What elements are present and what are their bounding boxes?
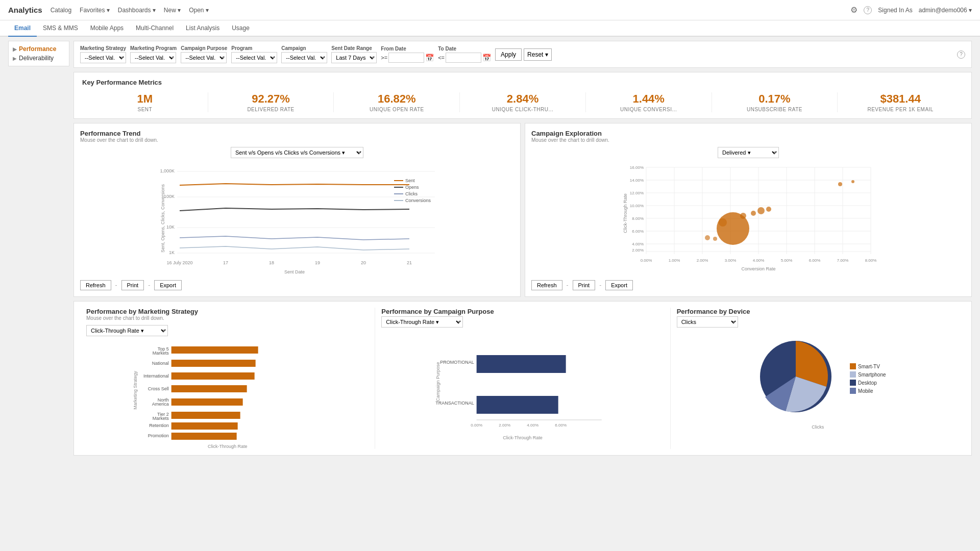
exploration-dropdown[interactable]: Delivered ▾: [718, 147, 779, 158]
svg-rect-88: [172, 433, 237, 440]
filter-bar: Marketing Strategy --Select Val. Marketi…: [74, 41, 972, 68]
performance-trend-panel: Performance Trend Mouse over the chart t…: [74, 123, 521, 297]
svg-text:National: National: [152, 361, 169, 366]
marketing-program-select[interactable]: --Select Val.: [130, 52, 176, 63]
from-date-input[interactable]: [388, 53, 424, 63]
tab-multi-channel[interactable]: Multi-Channel: [130, 20, 180, 37]
exploration-print-button[interactable]: Print: [573, 280, 596, 290]
filter-group-program: Marketing Program --Select Val.: [130, 45, 177, 63]
apply-button[interactable]: Apply: [495, 48, 522, 61]
trend-dropdown-wrapper: Sent v/s Opens v/s Clicks v/s Conversion…: [231, 147, 363, 158]
trend-dropdown[interactable]: Sent v/s Opens v/s Clicks v/s Conversion…: [231, 147, 363, 158]
reset-button[interactable]: Reset ▾: [524, 48, 552, 61]
svg-text:3.00%: 3.00%: [725, 258, 737, 263]
campaign-exploration-panel: Campaign Exploration Mouse over the char…: [525, 123, 972, 297]
filter-help: ?: [957, 51, 965, 59]
kpi-conversion-label: UNIQUE CONVERSI...: [590, 107, 707, 112]
filter-help-icon[interactable]: ?: [957, 51, 965, 59]
device-chart-title: Performance by Device: [677, 308, 959, 315]
filter-group-campaign-purpose: Campaign Purpose --Select Val.: [181, 45, 227, 63]
kpi-revenue-value: $381.44: [842, 92, 959, 106]
middle-charts-row: Performance Trend Mouse over the chart t…: [74, 123, 972, 297]
kpi-open-rate-value: 16.82%: [338, 92, 455, 106]
nav-new[interactable]: New ▾: [164, 7, 181, 14]
svg-point-62: [751, 211, 756, 216]
svg-text:8.00%: 8.00%: [632, 216, 644, 221]
kpi-unsub-value: 0.17%: [716, 92, 834, 106]
device-dropdown-container: Clicks: [677, 316, 959, 328]
nav-open[interactable]: Open ▾: [189, 7, 209, 14]
exploration-export-button[interactable]: Export: [605, 280, 633, 290]
settings-icon[interactable]: ⚙: [850, 5, 857, 15]
svg-text:Opens: Opens: [405, 185, 419, 190]
marketing-strategy-select[interactable]: --Select Val.: [80, 52, 126, 63]
sidebar-item-deliverability[interactable]: ▶ Deliverability: [13, 54, 65, 63]
svg-text:TRANSACTIONAL: TRANSACTIONAL: [435, 400, 474, 406]
svg-point-67: [719, 218, 727, 227]
nav-dashboards[interactable]: Dashboards ▾: [118, 7, 156, 14]
kpi-sent: 1M SENT: [82, 92, 208, 112]
trend-sep1: -: [115, 282, 117, 289]
filter-group-strategy: Marketing Strategy --Select Val.: [80, 45, 126, 63]
svg-text:16.00%: 16.00%: [630, 165, 644, 170]
kpi-sent-value: 1M: [86, 92, 204, 106]
exploration-refresh-button[interactable]: Refresh: [531, 280, 562, 290]
svg-rect-96: [477, 355, 566, 373]
mobile-label: Mobile: [858, 388, 873, 394]
nav-catalog[interactable]: Catalog: [51, 7, 71, 14]
filter-campaign-purpose-label: Campaign Purpose: [181, 45, 227, 51]
strategy-chart-panel: Performance by Marketing Strategy Mouse …: [80, 308, 375, 449]
svg-text:2.00%: 2.00%: [632, 248, 644, 253]
svg-text:2.00%: 2.00%: [697, 258, 708, 263]
from-cal-icon[interactable]: 📅: [425, 54, 434, 62]
tab-list-analysis[interactable]: List Analysis: [180, 20, 226, 37]
user-account[interactable]: admin@demo006 ▾: [919, 7, 972, 14]
svg-text:Clicks: Clicks: [405, 191, 418, 196]
program2-wrapper: --Select Val.: [231, 52, 277, 63]
device-chart-panel: Performance by Device Clicks: [671, 308, 965, 449]
top-bar-right: ⚙ ? Signed In As admin@demo006 ▾: [850, 5, 972, 15]
svg-text:6.00%: 6.00%: [809, 258, 821, 263]
legend-desktop: Desktop: [850, 380, 886, 386]
kpi-delivered-value: 92.27%: [212, 92, 330, 106]
to-cal-icon[interactable]: 📅: [482, 54, 491, 62]
trend-export-button[interactable]: Export: [154, 280, 182, 290]
filter-program2-label: Program: [231, 45, 277, 51]
svg-text:7.00%: 7.00%: [837, 258, 849, 263]
kpi-click-thru: 2.84% UNIQUE CLICK-THRU...: [460, 92, 586, 112]
svg-text:Retention: Retention: [149, 423, 169, 428]
top-bar-left: Analytics Catalog Favorites ▾ Dashboards…: [8, 6, 209, 14]
sidebar-item-performance[interactable]: ▶ Performance: [13, 44, 65, 54]
tab-sms-mms[interactable]: SMS & MMS: [37, 20, 84, 37]
tab-mobile-apps[interactable]: Mobile Apps: [84, 20, 130, 37]
device-chart-dropdown[interactable]: Clicks: [677, 316, 738, 328]
signed-in-label: Signed In As: [878, 7, 912, 14]
campaign-select[interactable]: --Select Val.: [281, 52, 327, 63]
nav-favorites[interactable]: Favorites ▾: [80, 7, 110, 14]
campaign-purpose-select[interactable]: --Select Val.: [181, 52, 227, 63]
campaign-purpose-chart-title: Performance by Campaign Purpose: [381, 308, 664, 315]
trend-refresh-button[interactable]: Refresh: [80, 280, 111, 290]
program-select[interactable]: --Select Val.: [231, 52, 277, 63]
svg-text:Sent: Sent: [405, 178, 415, 183]
sent-date-select[interactable]: Last 7 Days: [331, 52, 377, 63]
to-date-input[interactable]: [446, 53, 481, 63]
svg-point-61: [740, 213, 746, 219]
filter-to-date-label: To Date: [438, 46, 491, 52]
tab-email[interactable]: Email: [8, 20, 37, 37]
kpi-revenue: $381.44 REVENUE PER 1K EMAIL: [838, 92, 963, 112]
strategy-chart-dropdown[interactable]: Click-Through Rate ▾: [86, 325, 168, 336]
svg-point-63: [757, 207, 765, 214]
svg-rect-20: [394, 193, 403, 194]
tab-usage[interactable]: Usage: [226, 20, 256, 37]
strategy-x-label: Click-Through Rate: [86, 444, 369, 449]
campaign-purpose-chart-dropdown[interactable]: Click-Through Rate ▾: [381, 316, 463, 328]
help-icon[interactable]: ?: [864, 6, 872, 14]
top-nav: Catalog Favorites ▾ Dashboards ▾ New ▾ O…: [51, 7, 209, 14]
kpi-click-thru-label: UNIQUE CLICK-THRU...: [464, 107, 581, 112]
app-title: Analytics: [8, 6, 42, 14]
filter-program-label: Marketing Program: [130, 45, 177, 51]
svg-text:18: 18: [269, 260, 274, 265]
trend-print-button[interactable]: Print: [121, 280, 144, 290]
top-bar: Analytics Catalog Favorites ▾ Dashboards…: [0, 0, 980, 20]
